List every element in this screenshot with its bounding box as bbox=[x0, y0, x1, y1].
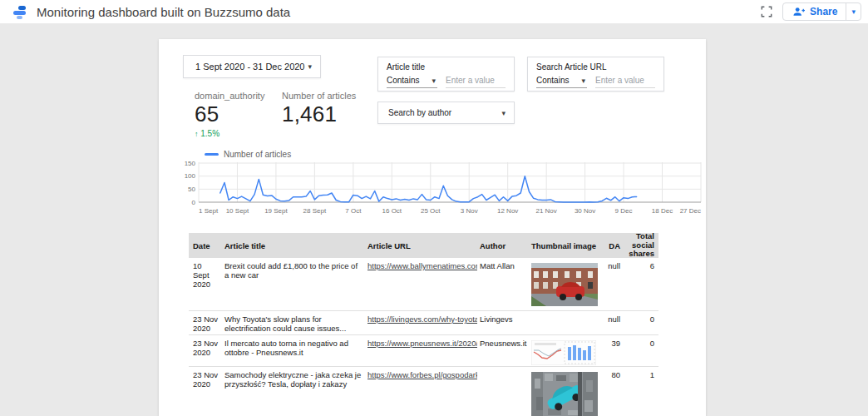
table-row: 23 Nov 2020 Samochody elektryczne - jaka… bbox=[189, 367, 658, 416]
cell-shares: 6 bbox=[623, 258, 656, 310]
col-header-thumbnail[interactable]: Thumbnail image bbox=[529, 241, 604, 250]
thumbnail-image bbox=[531, 263, 598, 306]
svg-text:1 Sept: 1 Sept bbox=[199, 207, 219, 215]
chevron-down-icon: ▾ bbox=[308, 62, 312, 71]
cell-title: Brexit could add £1,800 to the price of … bbox=[222, 258, 365, 310]
article-url-filter-label: Search Article URL bbox=[536, 62, 655, 72]
cell-date: 23 Nov 2020 bbox=[189, 367, 222, 416]
svg-text:16 Oct: 16 Oct bbox=[382, 207, 402, 215]
cell-shares: 1 bbox=[623, 367, 656, 416]
svg-text:9 Dec: 9 Dec bbox=[615, 207, 633, 215]
svg-text:27 Dec: 27 Dec bbox=[680, 207, 701, 215]
svg-text:30 Nov: 30 Nov bbox=[575, 207, 595, 215]
cell-date: 23 Nov 2020 bbox=[189, 311, 222, 334]
thumbnail-image bbox=[531, 372, 598, 416]
cell-author: Matt Allan bbox=[477, 258, 529, 310]
articles-line-chart[interactable]: 1 Sept10 Sept19 Sept28 Sept7 Oct16 Oct25… bbox=[182, 159, 706, 219]
chart-legend: Number of articles bbox=[205, 150, 291, 159]
cell-author bbox=[477, 367, 529, 416]
col-header-author[interactable]: Author bbox=[477, 241, 529, 250]
share-button[interactable]: Share bbox=[783, 6, 846, 17]
cell-shares: 0 bbox=[623, 335, 656, 366]
svg-text:19 Sept: 19 Sept bbox=[264, 207, 288, 215]
data-studio-logo-icon bbox=[12, 3, 28, 20]
scorecard-delta: ↑ 1.5% bbox=[195, 129, 264, 138]
chart-container: 1 Sept10 Sept19 Sept28 Sept7 Oct16 Oct25… bbox=[182, 159, 706, 219]
col-header-shares[interactable]: Total social shares bbox=[623, 232, 656, 258]
table-row: 23 Nov 2020 Why Toyota's slow plans for … bbox=[189, 311, 658, 335]
svg-text:18 Dec: 18 Dec bbox=[652, 207, 673, 215]
article-title-filter-label: Article title bbox=[387, 62, 506, 72]
legend-label: Number of articles bbox=[224, 150, 291, 159]
cell-da: null bbox=[604, 258, 623, 310]
thumbnail-image bbox=[531, 340, 596, 365]
cell-title: Il mercato auto torna in negativo ad ott… bbox=[222, 335, 365, 366]
search-by-author-select[interactable]: Search by author ▾ bbox=[377, 102, 515, 124]
cell-date: 23 Nov 2020 bbox=[189, 335, 222, 366]
chevron-down-icon: ▾ bbox=[432, 77, 436, 85]
articles-table: Date Article title Article URL Author Th… bbox=[189, 233, 658, 416]
legend-line-swatch bbox=[205, 153, 219, 156]
table-header-row: Date Article title Article URL Author Th… bbox=[189, 233, 658, 258]
cell-title: Samochody elektryczne - jaka czeka je pr… bbox=[222, 367, 365, 416]
svg-text:28 Sept: 28 Sept bbox=[303, 207, 327, 215]
cell-shares: 0 bbox=[623, 311, 656, 334]
article-url-link[interactable]: https://livingevs.com/why-toyotas-slow- bbox=[367, 314, 477, 324]
scorecard-value: 65 bbox=[195, 102, 264, 127]
col-header-title[interactable]: Article title bbox=[222, 241, 365, 250]
svg-text:7 Oct: 7 Oct bbox=[345, 207, 362, 215]
svg-text:12 Nov: 12 Nov bbox=[497, 207, 518, 215]
share-button-group: Share ▾ bbox=[782, 2, 861, 21]
scorecard-domain-authority: domain_authority 65 ↑ 1.5% bbox=[195, 91, 264, 138]
article-url-link[interactable]: https://www.pneusnews.it/2020/11/23/il- bbox=[367, 339, 477, 348]
col-header-url[interactable]: Article URL bbox=[365, 241, 477, 250]
col-header-date[interactable]: Date bbox=[189, 241, 222, 250]
delta-up-icon: ↑ bbox=[195, 130, 199, 138]
cell-da: 80 bbox=[604, 367, 623, 416]
article-url-filter: Search Article URL Contains ▾ bbox=[527, 57, 664, 92]
article-url-operator-select[interactable]: Contains ▾ bbox=[536, 76, 587, 88]
cell-author: Livingevs bbox=[477, 311, 529, 334]
cell-date: 10 Sept 2020 bbox=[189, 258, 222, 310]
cell-da: null bbox=[604, 311, 623, 334]
article-url-link[interactable]: https://www.ballymenatimes.com/lifestyl bbox=[367, 261, 477, 270]
col-header-da[interactable]: DA bbox=[604, 241, 623, 250]
scorecard-label: Number of articles bbox=[282, 91, 356, 101]
cell-da: 39 bbox=[604, 335, 623, 366]
svg-text:150: 150 bbox=[185, 160, 196, 167]
report-title: Monitoring dashboard built on Buzzsumo d… bbox=[37, 5, 290, 19]
report-canvas: 1 Sept 2020 - 31 Dec 2020 ▾ Article titl… bbox=[159, 39, 706, 416]
cell-title: Why Toyota's slow plans for electrificat… bbox=[222, 311, 365, 334]
date-range-value: 1 Sept 2020 - 31 Dec 2020 bbox=[195, 62, 304, 72]
date-range-control[interactable]: 1 Sept 2020 - 31 Dec 2020 ▾ bbox=[183, 55, 321, 78]
svg-text:0: 0 bbox=[192, 199, 196, 206]
scorecard-value: 1,461 bbox=[282, 102, 356, 127]
svg-text:10 Sept: 10 Sept bbox=[226, 207, 249, 215]
article-title-filter-input[interactable] bbox=[446, 76, 506, 88]
table-row: 10 Sept 2020 Brexit could add £1,800 to … bbox=[189, 258, 658, 311]
cell-author: Pneusnews.it bbox=[477, 335, 529, 366]
share-options-caret[interactable]: ▾ bbox=[846, 3, 861, 20]
chevron-down-icon: ▾ bbox=[501, 109, 506, 117]
table-row: 23 Nov 2020 Il mercato auto torna in neg… bbox=[189, 335, 658, 367]
svg-text:3 Nov: 3 Nov bbox=[461, 207, 478, 215]
app-header: Monitoring dashboard built on Buzzsumo d… bbox=[0, 0, 868, 23]
share-button-label: Share bbox=[810, 6, 837, 17]
article-title-filter: Article title Contains ▾ bbox=[377, 57, 515, 92]
svg-text:25 Oct: 25 Oct bbox=[421, 207, 441, 215]
article-title-operator-select[interactable]: Contains ▾ bbox=[387, 76, 437, 88]
chevron-down-icon: ▾ bbox=[581, 77, 585, 85]
svg-text:21 Nov: 21 Nov bbox=[535, 207, 556, 215]
article-url-link[interactable]: https://www.forbes.pl/gospodarka/samoc bbox=[367, 370, 477, 379]
svg-text:50: 50 bbox=[188, 186, 195, 193]
scorecard-label: domain_authority bbox=[195, 91, 264, 101]
svg-text:100: 100 bbox=[185, 172, 196, 180]
person-add-icon bbox=[792, 7, 805, 17]
scorecard-number-of-articles: Number of articles 1,461 bbox=[282, 91, 356, 127]
article-url-filter-input[interactable] bbox=[595, 76, 655, 88]
fullscreen-icon[interactable] bbox=[759, 4, 774, 19]
